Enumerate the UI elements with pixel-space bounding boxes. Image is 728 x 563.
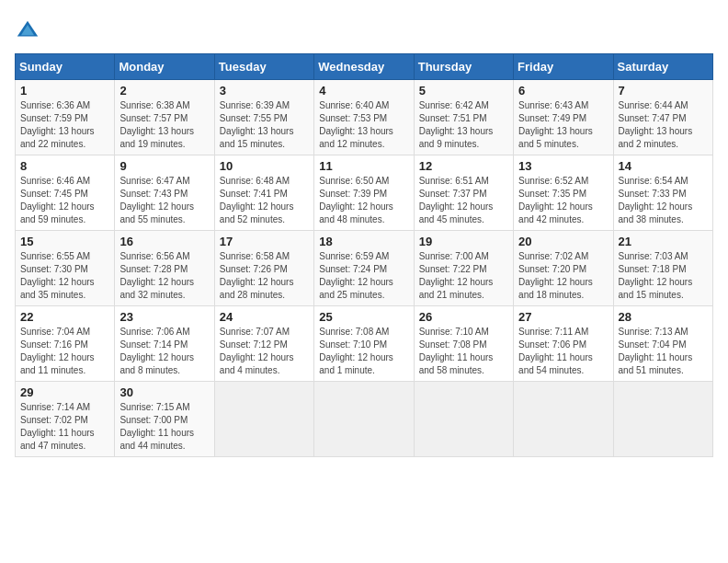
logo-icon — [15, 18, 40, 44]
calendar-cell: 14Sunrise: 6:54 AM Sunset: 7:33 PM Dayli… — [613, 155, 712, 231]
calendar-cell: 30Sunrise: 7:15 AM Sunset: 7:00 PM Dayli… — [115, 382, 214, 457]
day-number: 10 — [220, 159, 309, 173]
calendar-cell: 24Sunrise: 7:07 AM Sunset: 7:12 PM Dayli… — [214, 306, 313, 382]
day-info: Sunrise: 6:55 AM Sunset: 7:30 PM Dayligh… — [20, 250, 109, 302]
header-friday: Friday — [514, 54, 613, 80]
day-number: 27 — [518, 310, 608, 324]
header-wednesday: Wednesday — [314, 54, 414, 80]
calendar-cell: 7Sunrise: 6:44 AM Sunset: 7:47 PM Daylig… — [613, 80, 712, 155]
page-header — [15, 15, 713, 44]
calendar-cell: 18Sunrise: 6:59 AM Sunset: 7:24 PM Dayli… — [314, 231, 414, 306]
calendar-cell: 2Sunrise: 6:38 AM Sunset: 7:57 PM Daylig… — [115, 80, 214, 155]
day-number: 13 — [518, 159, 608, 173]
day-info: Sunrise: 7:13 AM Sunset: 7:04 PM Dayligh… — [619, 326, 708, 377]
day-number: 9 — [119, 159, 209, 173]
day-number: 3 — [220, 84, 309, 98]
calendar-cell — [314, 382, 414, 457]
day-info: Sunrise: 6:47 AM Sunset: 7:43 PM Dayligh… — [119, 175, 209, 226]
day-number: 6 — [518, 84, 608, 98]
calendar-cell: 25Sunrise: 7:08 AM Sunset: 7:10 PM Dayli… — [314, 306, 414, 382]
day-number: 15 — [20, 235, 109, 248]
day-number: 4 — [319, 84, 408, 98]
header-saturday: Saturday — [613, 54, 712, 80]
header-sunday: Sunday — [16, 54, 115, 80]
day-info: Sunrise: 7:07 AM Sunset: 7:12 PM Dayligh… — [220, 326, 309, 377]
day-info: Sunrise: 7:11 AM Sunset: 7:06 PM Dayligh… — [518, 326, 608, 377]
header-thursday: Thursday — [414, 54, 513, 80]
calendar-cell: 11Sunrise: 6:50 AM Sunset: 7:39 PM Dayli… — [314, 155, 414, 231]
calendar-cell: 28Sunrise: 7:13 AM Sunset: 7:04 PM Dayli… — [613, 306, 712, 382]
calendar-cell: 3Sunrise: 6:39 AM Sunset: 7:55 PM Daylig… — [214, 80, 313, 155]
day-number: 1 — [20, 84, 109, 98]
day-info: Sunrise: 6:59 AM Sunset: 7:24 PM Dayligh… — [319, 250, 408, 302]
day-number: 25 — [319, 310, 408, 324]
calendar-cell: 5Sunrise: 6:42 AM Sunset: 7:51 PM Daylig… — [414, 80, 513, 155]
day-info: Sunrise: 6:46 AM Sunset: 7:45 PM Dayligh… — [20, 175, 109, 226]
day-number: 24 — [220, 310, 309, 324]
day-number: 7 — [619, 84, 708, 98]
day-info: Sunrise: 6:36 AM Sunset: 7:59 PM Dayligh… — [20, 99, 109, 151]
day-number: 18 — [319, 235, 408, 248]
day-info: Sunrise: 7:03 AM Sunset: 7:18 PM Dayligh… — [619, 250, 708, 302]
day-number: 19 — [419, 235, 508, 248]
day-info: Sunrise: 7:04 AM Sunset: 7:16 PM Dayligh… — [20, 326, 109, 377]
day-number: 8 — [20, 159, 109, 173]
day-info: Sunrise: 6:48 AM Sunset: 7:41 PM Dayligh… — [220, 175, 309, 226]
calendar-table: SundayMondayTuesdayWednesdayThursdayFrid… — [15, 53, 713, 457]
day-info: Sunrise: 6:40 AM Sunset: 7:53 PM Dayligh… — [319, 99, 408, 151]
day-number: 17 — [220, 235, 309, 248]
calendar-cell — [214, 382, 313, 457]
calendar-cell: 6Sunrise: 6:43 AM Sunset: 7:49 PM Daylig… — [514, 80, 613, 155]
calendar-cell: 15Sunrise: 6:55 AM Sunset: 7:30 PM Dayli… — [16, 231, 115, 306]
day-info: Sunrise: 6:54 AM Sunset: 7:33 PM Dayligh… — [619, 175, 708, 226]
calendar-cell: 9Sunrise: 6:47 AM Sunset: 7:43 PM Daylig… — [115, 155, 214, 231]
logo — [15, 18, 44, 44]
day-number: 23 — [119, 310, 209, 324]
day-number: 30 — [119, 385, 209, 399]
day-number: 14 — [619, 159, 708, 173]
calendar-cell: 29Sunrise: 7:14 AM Sunset: 7:02 PM Dayli… — [16, 382, 115, 457]
day-number: 5 — [419, 84, 508, 98]
header-monday: Monday — [115, 54, 214, 80]
calendar-cell: 4Sunrise: 6:40 AM Sunset: 7:53 PM Daylig… — [314, 80, 414, 155]
calendar-cell: 8Sunrise: 6:46 AM Sunset: 7:45 PM Daylig… — [16, 155, 115, 231]
day-info: Sunrise: 6:50 AM Sunset: 7:39 PM Dayligh… — [319, 175, 408, 226]
day-number: 21 — [619, 235, 708, 248]
day-number: 26 — [419, 310, 508, 324]
day-info: Sunrise: 7:10 AM Sunset: 7:08 PM Dayligh… — [419, 326, 508, 377]
calendar-cell: 26Sunrise: 7:10 AM Sunset: 7:08 PM Dayli… — [414, 306, 513, 382]
header-tuesday: Tuesday — [214, 54, 313, 80]
calendar-cell: 12Sunrise: 6:51 AM Sunset: 7:37 PM Dayli… — [414, 155, 513, 231]
calendar-cell: 27Sunrise: 7:11 AM Sunset: 7:06 PM Dayli… — [514, 306, 613, 382]
day-number: 11 — [319, 159, 408, 173]
day-number: 22 — [20, 310, 109, 324]
calendar-cell: 10Sunrise: 6:48 AM Sunset: 7:41 PM Dayli… — [214, 155, 313, 231]
day-info: Sunrise: 7:00 AM Sunset: 7:22 PM Dayligh… — [419, 250, 508, 302]
day-number: 16 — [119, 235, 209, 248]
calendar-cell — [514, 382, 613, 457]
day-number: 12 — [419, 159, 508, 173]
calendar-cell: 16Sunrise: 6:56 AM Sunset: 7:28 PM Dayli… — [115, 231, 214, 306]
day-info: Sunrise: 6:56 AM Sunset: 7:28 PM Dayligh… — [119, 250, 209, 302]
calendar-week-2: 8Sunrise: 6:46 AM Sunset: 7:45 PM Daylig… — [16, 155, 713, 231]
day-number: 2 — [119, 84, 209, 98]
calendar-cell: 17Sunrise: 6:58 AM Sunset: 7:26 PM Dayli… — [214, 231, 313, 306]
day-number: 29 — [20, 385, 109, 399]
calendar-cell — [414, 382, 513, 457]
day-info: Sunrise: 6:52 AM Sunset: 7:35 PM Dayligh… — [518, 175, 608, 226]
day-number: 20 — [518, 235, 608, 248]
day-info: Sunrise: 6:39 AM Sunset: 7:55 PM Dayligh… — [220, 99, 309, 151]
day-info: Sunrise: 7:06 AM Sunset: 7:14 PM Dayligh… — [119, 326, 209, 377]
calendar-week-4: 22Sunrise: 7:04 AM Sunset: 7:16 PM Dayli… — [16, 306, 713, 382]
day-info: Sunrise: 7:08 AM Sunset: 7:10 PM Dayligh… — [319, 326, 408, 377]
calendar-week-3: 15Sunrise: 6:55 AM Sunset: 7:30 PM Dayli… — [16, 231, 713, 306]
calendar-cell — [613, 382, 712, 457]
calendar-week-5: 29Sunrise: 7:14 AM Sunset: 7:02 PM Dayli… — [16, 382, 713, 457]
calendar-cell: 1Sunrise: 6:36 AM Sunset: 7:59 PM Daylig… — [16, 80, 115, 155]
calendar-week-1: 1Sunrise: 6:36 AM Sunset: 7:59 PM Daylig… — [16, 80, 713, 155]
day-number: 28 — [619, 310, 708, 324]
day-info: Sunrise: 6:42 AM Sunset: 7:51 PM Dayligh… — [419, 99, 508, 151]
day-info: Sunrise: 6:44 AM Sunset: 7:47 PM Dayligh… — [619, 99, 708, 151]
day-info: Sunrise: 7:15 AM Sunset: 7:00 PM Dayligh… — [119, 401, 209, 453]
calendar-header-row: SundayMondayTuesdayWednesdayThursdayFrid… — [16, 54, 713, 80]
